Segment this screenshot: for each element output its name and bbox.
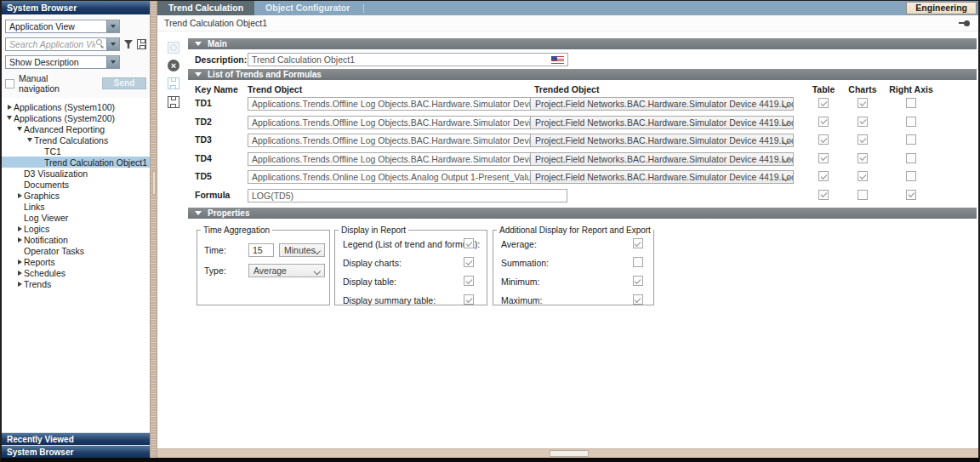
trended-object-select[interactable]: Project.Field Networks.BAC.Hardware.Simu… (530, 116, 794, 129)
tree-expander-icon[interactable] (5, 116, 14, 120)
tree-item[interactable]: Trend Calculation Object1 (2, 157, 150, 168)
description-input[interactable]: Trend Calculation Object1 (248, 53, 568, 66)
engineering-mode-button[interactable]: Engineering (906, 2, 977, 14)
discard-icon[interactable] (168, 42, 179, 54)
charts-checkbox[interactable] (858, 98, 868, 108)
tab-trend-calculation[interactable]: Trend Calculation (157, 1, 254, 15)
right-axis-checkbox[interactable] (906, 98, 916, 108)
table-checkbox[interactable] (818, 153, 829, 163)
save-as-icon[interactable] (168, 96, 179, 108)
section-header-main[interactable]: Main (188, 38, 977, 49)
section-header-properties[interactable]: Properties (188, 208, 977, 219)
trend-object-input[interactable]: Applications.Trends.Offline Log Objects.… (248, 152, 567, 166)
charts-checkbox[interactable] (858, 117, 868, 127)
group-legend: Additional Display for Report and Export (497, 225, 653, 235)
description-select[interactable]: Show Description (5, 55, 120, 69)
horizontal-scrollbar[interactable] (157, 448, 978, 458)
tree-expander-icon[interactable] (15, 260, 24, 265)
trended-object-select[interactable]: Project.Field Networks.BAC.Hardware.Simu… (530, 152, 794, 166)
trended-object-select[interactable]: Project.Field Networks.BAC.Hardware.Simu… (530, 170, 794, 184)
type-select[interactable]: Average (248, 264, 325, 277)
check-item-checkbox[interactable] (633, 257, 643, 267)
chevron-down-icon[interactable] (106, 38, 119, 50)
manual-navigation-checkbox[interactable] (5, 79, 14, 88)
view-select[interactable]: Application View (5, 20, 120, 33)
check-item-checkbox[interactable] (633, 238, 643, 248)
tree-item[interactable]: Documents (2, 179, 150, 190)
right-axis-checkbox[interactable] (906, 134, 916, 145)
check-item-checkbox[interactable] (464, 276, 474, 286)
section-header-trends[interactable]: List of Trends and Formulas (188, 69, 977, 80)
tree-item[interactable]: Applications (System100) (2, 101, 150, 112)
tree-item[interactable]: D3 Visualization (2, 168, 150, 179)
tree-item[interactable]: Applications (System200) (2, 112, 150, 123)
tree-item[interactable]: TC1 (2, 145, 150, 157)
tree-expander-icon[interactable] (15, 282, 24, 287)
scrollbar-thumb[interactable] (550, 450, 589, 457)
trend-object-input[interactable]: Applications.Trends.Offline Log Objects.… (248, 97, 567, 111)
trend-object-input[interactable]: Applications.Trends.Offline Log Objects.… (248, 116, 567, 129)
check-item-checkbox[interactable] (464, 238, 474, 248)
trend-object-input[interactable]: Applications.Trends.Offline Log Objects.… (248, 134, 567, 147)
tree-item[interactable]: Advanced Reporting (2, 123, 150, 134)
table-checkbox[interactable] (818, 171, 829, 181)
tree-expander-icon[interactable] (26, 138, 34, 142)
table-checkbox[interactable] (818, 98, 829, 108)
table-checkbox[interactable] (818, 134, 829, 145)
pin-icon[interactable] (959, 20, 970, 26)
tree-item[interactable]: Graphics (2, 190, 150, 201)
right-axis-checkbox[interactable] (906, 117, 916, 127)
tab-object-configurator[interactable]: Object Configurator (254, 1, 361, 15)
search-input[interactable]: Search Application View (5, 37, 120, 51)
right-axis-checkbox[interactable] (906, 171, 916, 181)
tree-expander-icon[interactable] (15, 193, 24, 198)
table-checkbox[interactable] (818, 190, 829, 200)
collapse-arrow-icon (195, 211, 202, 215)
tree-expander-icon[interactable] (15, 237, 24, 242)
tree-item[interactable]: Trend Calculations (2, 134, 150, 145)
send-button[interactable]: Send (102, 77, 146, 89)
charts-checkbox[interactable] (858, 153, 868, 163)
trend-object-input[interactable]: LOG(TD5) (248, 189, 567, 202)
save-search-icon[interactable] (137, 39, 146, 49)
tree-expander-icon[interactable] (15, 271, 24, 276)
trended-object-select[interactable]: Project.Field Networks.BAC.Hardware.Simu… (530, 134, 794, 147)
tree-expander-icon[interactable] (15, 127, 24, 131)
tree-item[interactable]: Log Viewer (2, 212, 150, 223)
tree-expander-icon[interactable] (5, 105, 14, 110)
tree-item-label: Applications (System200) (14, 113, 115, 123)
delete-icon[interactable]: × (168, 60, 179, 71)
right-axis-checkbox[interactable] (906, 190, 916, 200)
tree-item[interactable]: Trends (2, 278, 150, 289)
time-unit-select[interactable]: Minutes (279, 243, 325, 257)
time-input[interactable]: 15 (248, 243, 274, 257)
chevron-down-icon[interactable] (106, 20, 119, 32)
check-item-checkbox[interactable] (633, 294, 643, 305)
check-item-checkbox[interactable] (633, 276, 643, 286)
splitter-handle-icon[interactable] (152, 171, 156, 195)
trend-object-input[interactable]: Applications.Trends.Online Log Objects.A… (248, 170, 567, 184)
tree-item[interactable]: Notification (2, 234, 150, 245)
chevron-down-icon[interactable] (106, 56, 119, 68)
charts-checkbox[interactable] (858, 134, 868, 145)
filter-icon[interactable] (124, 40, 133, 48)
tree-expander-icon[interactable] (15, 226, 24, 231)
recently-viewed-bar[interactable]: Recently Viewed (2, 432, 150, 445)
panel-splitter[interactable] (150, 1, 157, 458)
system-browser-bar[interactable]: System Browser (2, 445, 150, 458)
tree-item[interactable]: Schedules (2, 267, 150, 278)
trended-object-select[interactable]: Project.Field Networks.BAC.Hardware.Simu… (530, 97, 794, 111)
tree-item-label: Documents (24, 180, 69, 190)
check-item-checkbox[interactable] (464, 257, 474, 267)
tree-item[interactable]: Links (2, 201, 150, 212)
tree-item[interactable]: Operator Tasks (2, 245, 150, 256)
tree-item[interactable]: Logics (2, 223, 150, 234)
save-icon[interactable] (168, 77, 179, 89)
tree-item[interactable]: Reports (2, 256, 150, 267)
charts-checkbox[interactable] (858, 171, 868, 181)
charts-checkbox[interactable] (858, 190, 868, 200)
check-item-checkbox[interactable] (464, 294, 474, 305)
tree-item-label: Operator Tasks (24, 246, 84, 256)
table-checkbox[interactable] (818, 117, 829, 127)
right-axis-checkbox[interactable] (906, 153, 916, 163)
